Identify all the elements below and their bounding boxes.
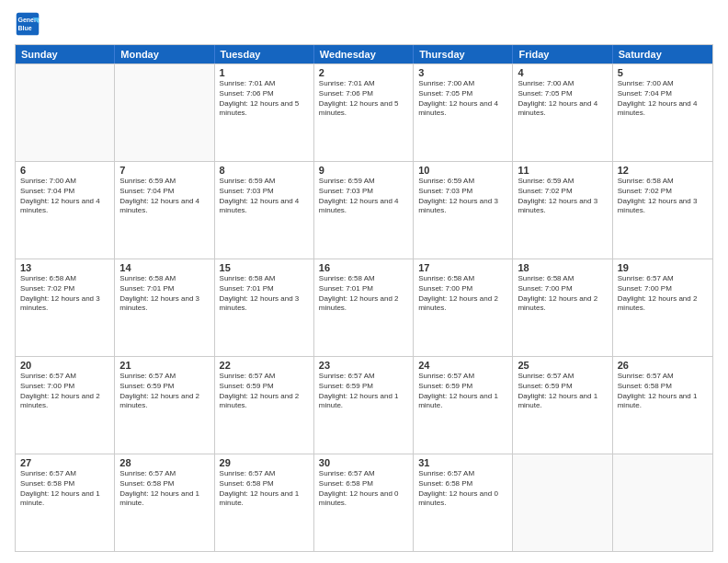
table-row: 8Sunrise: 6:59 AM Sunset: 7:03 PM Daylig… — [215, 162, 314, 259]
page: General Blue Sunday Monday Tuesday Wedne… — [0, 0, 728, 563]
day-number: 6 — [20, 165, 109, 176]
cell-info: Sunrise: 7:00 AM Sunset: 7:04 PM Dayligh… — [20, 177, 109, 216]
cell-info: Sunrise: 6:57 AM Sunset: 6:59 PM Dayligh… — [220, 372, 309, 411]
cell-info: Sunrise: 6:57 AM Sunset: 6:59 PM Dayligh… — [518, 372, 607, 411]
cell-info: Sunrise: 6:57 AM Sunset: 6:58 PM Dayligh… — [319, 469, 408, 509]
day-number: 5 — [618, 67, 708, 78]
cell-info: Sunrise: 6:57 AM Sunset: 6:58 PM Dayligh… — [119, 469, 209, 509]
table-row: 27Sunrise: 6:57 AM Sunset: 6:58 PM Dayli… — [16, 454, 115, 551]
day-number: 17 — [418, 262, 507, 273]
weekday-wednesday: Wednesday — [314, 45, 414, 63]
table-row: 14Sunrise: 6:58 AM Sunset: 7:01 PM Dayli… — [115, 259, 214, 356]
cell-info: Sunrise: 6:58 AM Sunset: 7:02 PM Dayligh… — [20, 274, 109, 314]
day-number: 7 — [119, 165, 209, 176]
day-number: 4 — [518, 67, 607, 78]
cell-info: Sunrise: 6:57 AM Sunset: 6:58 PM Dayligh… — [618, 372, 708, 411]
table-row: 5Sunrise: 7:00 AM Sunset: 7:04 PM Daylig… — [613, 64, 712, 161]
calendar-header: Sunday Monday Tuesday Wednesday Thursday… — [16, 45, 712, 63]
cell-info: Sunrise: 6:58 AM Sunset: 7:00 PM Dayligh… — [518, 274, 607, 314]
logo-icon: General Blue — [15, 11, 40, 37]
table-row — [16, 64, 115, 161]
table-row: 3Sunrise: 7:00 AM Sunset: 7:05 PM Daylig… — [414, 64, 513, 161]
table-row: 7Sunrise: 6:59 AM Sunset: 7:04 PM Daylig… — [115, 162, 214, 259]
weekday-monday: Monday — [115, 45, 214, 63]
table-row: 30Sunrise: 6:57 AM Sunset: 6:58 PM Dayli… — [314, 454, 414, 551]
cell-info: Sunrise: 6:57 AM Sunset: 6:59 PM Dayligh… — [418, 372, 507, 411]
cell-info: Sunrise: 6:57 AM Sunset: 6:58 PM Dayligh… — [220, 469, 309, 509]
cell-info: Sunrise: 6:59 AM Sunset: 7:04 PM Dayligh… — [119, 177, 209, 216]
day-number: 12 — [618, 165, 708, 176]
day-number: 3 — [418, 67, 507, 78]
calendar-row: 1Sunrise: 7:01 AM Sunset: 7:06 PM Daylig… — [16, 63, 712, 161]
table-row: 13Sunrise: 6:58 AM Sunset: 7:02 PM Dayli… — [16, 259, 115, 356]
weekday-friday: Friday — [513, 45, 612, 63]
day-number: 18 — [518, 262, 607, 273]
day-number: 24 — [418, 360, 507, 371]
calendar: Sunday Monday Tuesday Wednesday Thursday… — [15, 44, 713, 552]
day-number: 8 — [220, 165, 309, 176]
day-number: 1 — [220, 67, 309, 78]
day-number: 26 — [618, 360, 708, 371]
table-row: 23Sunrise: 6:57 AM Sunset: 6:59 PM Dayli… — [314, 357, 414, 454]
cell-info: Sunrise: 6:58 AM Sunset: 7:02 PM Dayligh… — [618, 177, 708, 216]
table-row: 31Sunrise: 6:57 AM Sunset: 6:58 PM Dayli… — [414, 454, 513, 551]
day-number: 27 — [20, 457, 109, 468]
day-number: 20 — [20, 360, 109, 371]
day-number: 21 — [119, 360, 209, 371]
weekday-saturday: Saturday — [613, 45, 712, 63]
table-row: 19Sunrise: 6:57 AM Sunset: 7:00 PM Dayli… — [613, 259, 712, 356]
table-row: 16Sunrise: 6:58 AM Sunset: 7:01 PM Dayli… — [314, 259, 414, 356]
weekday-sunday: Sunday — [16, 45, 115, 63]
day-number: 22 — [220, 360, 309, 371]
day-number: 19 — [618, 262, 708, 273]
table-row: 12Sunrise: 6:58 AM Sunset: 7:02 PM Dayli… — [613, 162, 712, 259]
cell-info: Sunrise: 6:57 AM Sunset: 7:00 PM Dayligh… — [20, 372, 109, 411]
day-number: 15 — [220, 262, 309, 273]
cell-info: Sunrise: 7:01 AM Sunset: 7:06 PM Dayligh… — [220, 79, 309, 119]
calendar-row: 13Sunrise: 6:58 AM Sunset: 7:02 PM Dayli… — [16, 259, 712, 356]
header: General Blue — [15, 11, 713, 37]
table-row: 18Sunrise: 6:58 AM Sunset: 7:00 PM Dayli… — [513, 259, 612, 356]
table-row: 10Sunrise: 6:59 AM Sunset: 7:03 PM Dayli… — [414, 162, 513, 259]
svg-text:Blue: Blue — [18, 25, 32, 31]
weekday-tuesday: Tuesday — [215, 45, 314, 63]
table-row: 1Sunrise: 7:01 AM Sunset: 7:06 PM Daylig… — [215, 64, 314, 161]
table-row — [613, 454, 712, 551]
table-row — [513, 454, 612, 551]
calendar-row: 20Sunrise: 6:57 AM Sunset: 7:00 PM Dayli… — [16, 356, 712, 454]
calendar-body: 1Sunrise: 7:01 AM Sunset: 7:06 PM Daylig… — [16, 63, 712, 551]
day-number: 11 — [518, 165, 607, 176]
cell-info: Sunrise: 6:59 AM Sunset: 7:03 PM Dayligh… — [319, 177, 408, 216]
table-row: 22Sunrise: 6:57 AM Sunset: 6:59 PM Dayli… — [215, 357, 314, 454]
table-row: 26Sunrise: 6:57 AM Sunset: 6:58 PM Dayli… — [613, 357, 712, 454]
cell-info: Sunrise: 7:01 AM Sunset: 7:06 PM Dayligh… — [319, 79, 408, 119]
cell-info: Sunrise: 7:00 AM Sunset: 7:05 PM Dayligh… — [418, 79, 507, 119]
day-number: 10 — [418, 165, 507, 176]
cell-info: Sunrise: 6:58 AM Sunset: 7:01 PM Dayligh… — [220, 274, 309, 314]
day-number: 28 — [119, 457, 209, 468]
cell-info: Sunrise: 6:57 AM Sunset: 6:58 PM Dayligh… — [418, 469, 507, 509]
cell-info: Sunrise: 6:58 AM Sunset: 7:01 PM Dayligh… — [119, 274, 209, 314]
cell-info: Sunrise: 6:59 AM Sunset: 7:03 PM Dayligh… — [418, 177, 507, 216]
logo: General Blue — [15, 11, 44, 37]
day-number: 31 — [418, 457, 507, 468]
weekday-thursday: Thursday — [414, 45, 513, 63]
cell-info: Sunrise: 6:58 AM Sunset: 7:00 PM Dayligh… — [418, 274, 507, 314]
day-number: 9 — [319, 165, 408, 176]
table-row: 20Sunrise: 6:57 AM Sunset: 7:00 PM Dayli… — [16, 357, 115, 454]
cell-info: Sunrise: 6:58 AM Sunset: 7:01 PM Dayligh… — [319, 274, 408, 314]
table-row: 29Sunrise: 6:57 AM Sunset: 6:58 PM Dayli… — [215, 454, 314, 551]
cell-info: Sunrise: 6:57 AM Sunset: 6:59 PM Dayligh… — [119, 372, 209, 411]
day-number: 25 — [518, 360, 607, 371]
day-number: 23 — [319, 360, 408, 371]
table-row: 11Sunrise: 6:59 AM Sunset: 7:02 PM Dayli… — [513, 162, 612, 259]
calendar-row: 27Sunrise: 6:57 AM Sunset: 6:58 PM Dayli… — [16, 454, 712, 551]
table-row: 4Sunrise: 7:00 AM Sunset: 7:05 PM Daylig… — [513, 64, 612, 161]
table-row: 21Sunrise: 6:57 AM Sunset: 6:59 PM Dayli… — [115, 357, 214, 454]
day-number: 2 — [319, 67, 408, 78]
calendar-row: 6Sunrise: 7:00 AM Sunset: 7:04 PM Daylig… — [16, 161, 712, 259]
table-row: 24Sunrise: 6:57 AM Sunset: 6:59 PM Dayli… — [414, 357, 513, 454]
table-row: 17Sunrise: 6:58 AM Sunset: 7:00 PM Dayli… — [414, 259, 513, 356]
table-row: 9Sunrise: 6:59 AM Sunset: 7:03 PM Daylig… — [314, 162, 414, 259]
table-row — [115, 64, 214, 161]
